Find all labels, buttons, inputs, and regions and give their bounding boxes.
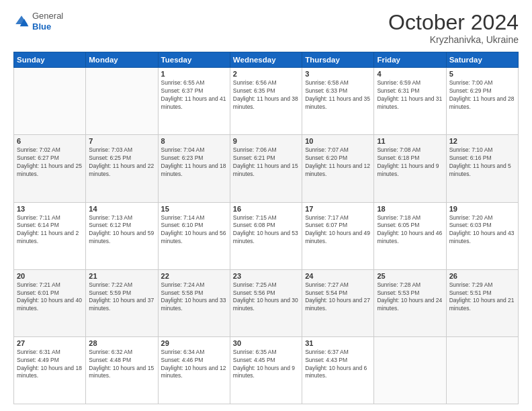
table-row: 20Sunrise: 7:21 AM Sunset: 6:01 PM Dayli… [14,269,86,336]
day-info: Sunrise: 6:32 AM Sunset: 4:48 PM Dayligh… [89,349,154,381]
day-info: Sunrise: 6:31 AM Sunset: 4:49 PM Dayligh… [17,349,83,381]
day-number: 26 [449,272,515,280]
day-info: Sunrise: 7:27 AM Sunset: 5:54 PM Dayligh… [305,281,371,314]
table-row: 19Sunrise: 7:20 AM Sunset: 6:03 PM Dayli… [446,202,518,269]
day-number: 1 [161,70,227,78]
col-friday: Friday [374,52,446,68]
logo-icon [13,13,30,30]
table-row: 8Sunrise: 7:04 AM Sunset: 6:23 PM Daylig… [158,135,230,202]
day-number: 19 [449,205,515,213]
logo-general: General [32,11,63,21]
calendar-table: Sunday Monday Tuesday Wednesday Thursday… [13,52,519,404]
day-number: 3 [305,70,371,78]
table-row: 23Sunrise: 7:25 AM Sunset: 5:56 PM Dayli… [230,269,302,336]
logo-text: General Blue [32,11,63,32]
day-number: 16 [233,205,299,213]
day-info: Sunrise: 7:06 AM Sunset: 6:21 PM Dayligh… [233,146,299,179]
day-number: 23 [233,272,299,280]
table-row: 10Sunrise: 7:07 AM Sunset: 6:20 PM Dayli… [302,135,374,202]
day-info: Sunrise: 7:28 AM Sunset: 5:53 PM Dayligh… [377,281,443,314]
title-block: October 2024 Kryzhanivka, Ukraine [388,11,519,45]
table-row: 7Sunrise: 7:03 AM Sunset: 6:25 PM Daylig… [86,135,158,202]
day-number: 4 [377,70,443,78]
day-number: 28 [89,339,154,347]
table-row [14,68,86,135]
day-info: Sunrise: 6:56 AM Sunset: 6:35 PM Dayligh… [233,79,299,111]
day-info: Sunrise: 7:08 AM Sunset: 6:18 PM Dayligh… [377,146,443,179]
day-number: 6 [17,137,83,145]
logo: General Blue [13,11,63,32]
day-number: 10 [305,137,371,145]
day-info: Sunrise: 7:29 AM Sunset: 5:51 PM Dayligh… [449,281,515,314]
table-row [86,68,158,135]
day-number: 31 [305,339,371,347]
table-row [446,336,518,404]
table-row: 1Sunrise: 6:55 AM Sunset: 6:37 PM Daylig… [158,68,230,135]
table-row: 9Sunrise: 7:06 AM Sunset: 6:21 PM Daylig… [230,135,302,202]
day-number: 5 [449,70,515,78]
table-row: 15Sunrise: 7:14 AM Sunset: 6:10 PM Dayli… [158,202,230,269]
table-row: 30Sunrise: 6:35 AM Sunset: 4:45 PM Dayli… [230,336,302,404]
day-info: Sunrise: 7:18 AM Sunset: 6:05 PM Dayligh… [377,214,443,246]
col-wednesday: Wednesday [230,52,302,68]
day-number: 7 [89,137,154,145]
table-row: 18Sunrise: 7:18 AM Sunset: 6:05 PM Dayli… [374,202,446,269]
table-row: 5Sunrise: 7:00 AM Sunset: 6:29 PM Daylig… [446,68,518,135]
day-info: Sunrise: 7:04 AM Sunset: 6:23 PM Dayligh… [161,146,227,179]
day-info: Sunrise: 7:02 AM Sunset: 6:27 PM Dayligh… [17,146,83,179]
day-number: 18 [377,205,443,213]
table-row: 16Sunrise: 7:15 AM Sunset: 6:08 PM Dayli… [230,202,302,269]
day-number: 12 [449,137,515,145]
day-info: Sunrise: 7:25 AM Sunset: 5:56 PM Dayligh… [233,281,299,314]
day-number: 20 [17,272,83,280]
col-monday: Monday [86,52,158,68]
day-number: 21 [89,272,154,280]
month-title: October 2024 [388,11,519,34]
day-info: Sunrise: 7:00 AM Sunset: 6:29 PM Dayligh… [449,79,515,111]
day-info: Sunrise: 7:20 AM Sunset: 6:03 PM Dayligh… [449,214,515,246]
table-row: 27Sunrise: 6:31 AM Sunset: 4:49 PM Dayli… [14,336,86,404]
day-number: 2 [233,70,299,78]
day-number: 11 [377,137,443,145]
day-info: Sunrise: 6:34 AM Sunset: 4:46 PM Dayligh… [161,349,227,381]
page-header: General Blue October 2024 Kryzhanivka, U… [13,11,519,45]
day-info: Sunrise: 6:55 AM Sunset: 6:37 PM Dayligh… [161,79,227,111]
day-number: 13 [17,205,83,213]
location: Kryzhanivka, Ukraine [388,34,519,45]
table-row: 12Sunrise: 7:10 AM Sunset: 6:16 PM Dayli… [446,135,518,202]
day-info: Sunrise: 7:10 AM Sunset: 6:16 PM Dayligh… [449,146,515,179]
calendar-week-row: 20Sunrise: 7:21 AM Sunset: 6:01 PM Dayli… [14,269,519,336]
day-info: Sunrise: 6:59 AM Sunset: 6:31 PM Dayligh… [377,79,443,111]
table-row: 14Sunrise: 7:13 AM Sunset: 6:12 PM Dayli… [86,202,158,269]
table-row: 25Sunrise: 7:28 AM Sunset: 5:53 PM Dayli… [374,269,446,336]
table-row: 6Sunrise: 7:02 AM Sunset: 6:27 PM Daylig… [14,135,86,202]
day-number: 27 [17,339,83,347]
day-info: Sunrise: 6:35 AM Sunset: 4:45 PM Dayligh… [233,349,299,381]
table-row: 4Sunrise: 6:59 AM Sunset: 6:31 PM Daylig… [374,68,446,135]
calendar-week-row: 27Sunrise: 6:31 AM Sunset: 4:49 PM Dayli… [14,336,519,404]
table-row: 2Sunrise: 6:56 AM Sunset: 6:35 PM Daylig… [230,68,302,135]
day-info: Sunrise: 6:37 AM Sunset: 4:43 PM Dayligh… [305,349,371,381]
col-sunday: Sunday [14,52,86,68]
day-info: Sunrise: 7:11 AM Sunset: 6:14 PM Dayligh… [17,214,83,246]
table-row: 24Sunrise: 7:27 AM Sunset: 5:54 PM Dayli… [302,269,374,336]
calendar-week-row: 6Sunrise: 7:02 AM Sunset: 6:27 PM Daylig… [14,135,519,202]
table-row [374,336,446,404]
day-info: Sunrise: 7:03 AM Sunset: 6:25 PM Dayligh… [89,146,154,179]
table-row: 21Sunrise: 7:22 AM Sunset: 5:59 PM Dayli… [86,269,158,336]
day-number: 9 [233,137,299,145]
table-row: 29Sunrise: 6:34 AM Sunset: 4:46 PM Dayli… [158,336,230,404]
day-info: Sunrise: 7:24 AM Sunset: 5:58 PM Dayligh… [161,281,227,314]
table-row: 17Sunrise: 7:17 AM Sunset: 6:07 PM Dayli… [302,202,374,269]
day-number: 24 [305,272,371,280]
table-row: 31Sunrise: 6:37 AM Sunset: 4:43 PM Dayli… [302,336,374,404]
day-number: 17 [305,205,371,213]
day-info: Sunrise: 6:58 AM Sunset: 6:33 PM Dayligh… [305,79,371,111]
col-tuesday: Tuesday [158,52,230,68]
col-thursday: Thursday [302,52,374,68]
day-number: 30 [233,339,299,347]
table-row: 13Sunrise: 7:11 AM Sunset: 6:14 PM Dayli… [14,202,86,269]
day-number: 29 [161,339,227,347]
table-row: 22Sunrise: 7:24 AM Sunset: 5:58 PM Dayli… [158,269,230,336]
calendar-week-row: 1Sunrise: 6:55 AM Sunset: 6:37 PM Daylig… [14,68,519,135]
